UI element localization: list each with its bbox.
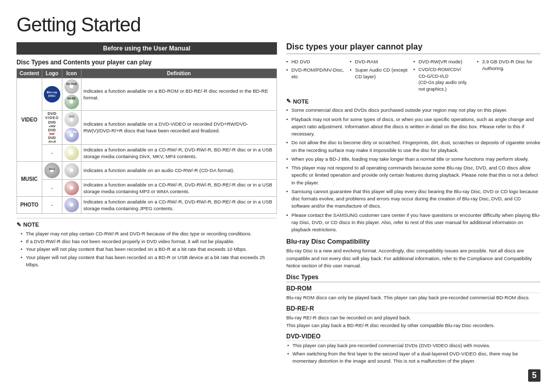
disc-type-bdrom-name: BD-ROM bbox=[286, 285, 540, 293]
list-item: DVD-RAM bbox=[350, 58, 413, 65]
disc-type-dvdvideo-name: DVD-VIDEO bbox=[286, 333, 540, 341]
section-header-bar: Before using the User Manual bbox=[17, 42, 277, 55]
list-item: DVD-ROM/PD/MV-Disc, etc bbox=[286, 66, 350, 80]
list-item: CVD/CD-ROM/CDV/CD-G/CD-I/LD(CD-Gs play a… bbox=[414, 66, 477, 92]
right-column: Disc types your player cannot play HD DV… bbox=[286, 42, 540, 382]
note-item: Your player will not play content that h… bbox=[21, 246, 277, 253]
note-item: The player may not play certain CD-RW/-R… bbox=[21, 230, 277, 237]
col-definition: Definition bbox=[81, 69, 276, 78]
list-item: DVD-RW(VR mode) bbox=[414, 58, 477, 65]
page-title: Getting Started bbox=[17, 14, 540, 36]
table-row: DVDVIDEO DVD+RW DVDRW DVD-R/+R DVD bbox=[17, 110, 277, 144]
table-row: MUSIC disc Indicates a fun bbox=[17, 161, 277, 179]
left-column: Before using the User Manual Disc Types … bbox=[17, 42, 277, 382]
disc-type-dvdvideo-desc: This player can play back pre-recorded c… bbox=[286, 342, 540, 365]
disc-type-bdrer: BD-RE/-R Blu-ray RE/-R discs can be reco… bbox=[286, 305, 540, 329]
note-icon: ✎ bbox=[286, 98, 291, 105]
disc-types-subtitle: Disc Types bbox=[286, 274, 540, 282]
cannot-play-col3: DVD-RW(VR mode) CVD/CD-ROM/CDV/CD-G/CD-I… bbox=[414, 58, 477, 94]
note-item: Samsung cannot guarantee that this playe… bbox=[286, 188, 540, 210]
bluray-compat-section: Blu-ray Disc Compatibility Blu-ray Disc … bbox=[286, 237, 540, 269]
col-content: Content bbox=[17, 69, 42, 78]
list-item: HD DVD bbox=[286, 58, 350, 65]
cannot-play-col2: DVD-RAM Super Audio CD (except CD layer) bbox=[350, 58, 413, 94]
left-note-header: ✎ NOTE bbox=[17, 221, 277, 228]
right-note-section: ✎ NOTE Some commercial discs and DVDs di… bbox=[286, 98, 540, 233]
note-item: When you play a BD-J title, loading may … bbox=[286, 156, 540, 163]
page-number: 5 bbox=[528, 369, 540, 382]
right-note-header: ✎ NOTE bbox=[286, 98, 540, 105]
row-definition: Indicates a function available on a CD-R… bbox=[81, 179, 276, 196]
disc-types-subsection: Disc Types BD-ROM Blu-ray ROM discs can … bbox=[286, 274, 540, 365]
note-icon: ✎ bbox=[17, 221, 21, 228]
note-item: If a DVD-RW/-R disc has not been recorde… bbox=[21, 238, 277, 245]
disc-type-bdrer-desc2: This player can play back a BD-RE/-R dis… bbox=[286, 322, 540, 329]
cannot-play-col4: 3.9 GB DVD-R Disc for Authoring. bbox=[477, 58, 540, 94]
row-definition: Indicates a function available on a BD-R… bbox=[81, 78, 276, 110]
bluray-compat-title: Blu-ray Disc Compatibility bbox=[286, 237, 540, 245]
note-item: Some commercial discs and DVDs discs pur… bbox=[286, 107, 540, 114]
row-definition: Indicates a function available on a DVD-… bbox=[81, 110, 276, 144]
table-row: PHOTO - 🖼 Indicates a function available… bbox=[17, 196, 277, 213]
col-icon: Icon bbox=[62, 69, 81, 78]
list-item: This player can play back pre-recorded c… bbox=[287, 342, 540, 349]
note-item: Your player will not play content that h… bbox=[21, 254, 277, 269]
cannot-play-col1: HD DVD DVD-ROM/PD/MV-Disc, etc bbox=[286, 58, 350, 94]
note-item: Playback may not work for some types of … bbox=[286, 116, 540, 138]
disc-type-bdrom: BD-ROM Blu-ray ROM discs can only be pla… bbox=[286, 285, 540, 301]
disc-types-table: Content Logo Icon Definition VIDEO Blu bbox=[17, 69, 277, 214]
disc-type-bdrom-desc: Blu-ray ROM discs can only be played bac… bbox=[286, 294, 540, 301]
cannot-play-disc-list: HD DVD DVD-ROM/PD/MV-Disc, etc DVD-RAM S… bbox=[286, 58, 540, 94]
table-row: - ♪ Indicates a function available on a … bbox=[17, 179, 277, 196]
note-item: Do not allow the disc to become dirty or… bbox=[286, 139, 540, 154]
right-section-title: Disc types your player cannot play bbox=[286, 42, 540, 54]
row-definition: Indicates a function available on a CD-R… bbox=[81, 196, 276, 213]
disc-type-dvdvideo: DVD-VIDEO This player can play back pre-… bbox=[286, 333, 540, 365]
row-definition: Indicates a function available on an aud… bbox=[81, 161, 276, 179]
left-note-section: ✎ NOTE The player may not play certain C… bbox=[17, 218, 277, 268]
left-note-list: The player may not play certain CD-RW/-R… bbox=[17, 230, 277, 268]
bluray-compat-text: Blu-ray Disc is a new and evolving forma… bbox=[286, 247, 540, 269]
list-item: When switching from the first layer to t… bbox=[287, 350, 540, 365]
disc-type-bdrer-desc1: Blu-ray RE/-R discs can be recorded on a… bbox=[286, 314, 540, 321]
disc-types-table-title: Disc Types and Contents your player can … bbox=[17, 59, 277, 66]
disc-type-bdrer-name: BD-RE/-R bbox=[286, 305, 540, 313]
table-row: VIDEO Blu-rayDISC BD-ROM bbox=[17, 78, 277, 110]
list-item: 3.9 GB DVD-R Disc for Authoring. bbox=[477, 58, 540, 72]
list-item: Super Audio CD (except CD layer) bbox=[350, 66, 413, 80]
right-note-list: Some commercial discs and DVDs discs pur… bbox=[286, 107, 540, 233]
note-item: This player may not respond to all opera… bbox=[286, 164, 540, 186]
col-logo: Logo bbox=[42, 69, 62, 78]
note-item: Please contact the SAMSUNG customer care… bbox=[286, 212, 540, 234]
table-row: - Indicates a function available on a CD… bbox=[17, 144, 277, 161]
row-definition: Indicates a function available on a CD-R… bbox=[81, 144, 276, 161]
